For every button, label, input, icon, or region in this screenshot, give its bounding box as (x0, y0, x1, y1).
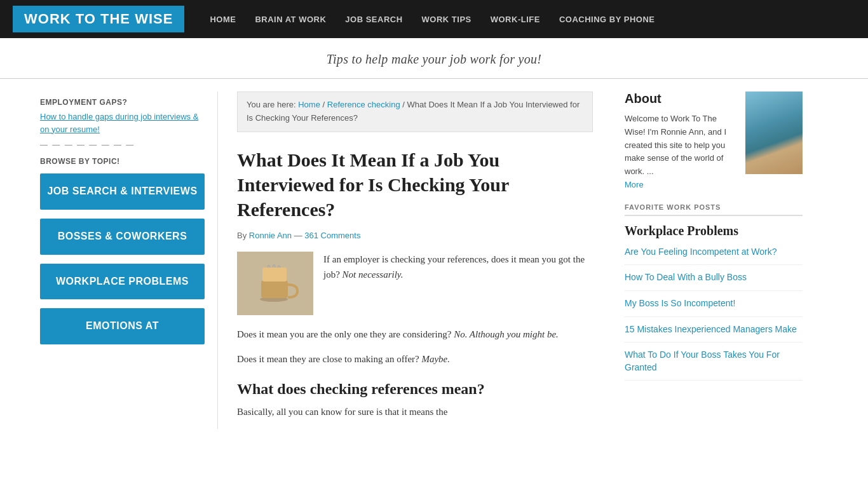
breadcrumb-sep2: / (402, 100, 407, 109)
svg-rect-2 (262, 268, 287, 281)
breadcrumb: You are here: Home / Reference checking … (237, 92, 593, 132)
promo-link[interactable]: How to handle gaps during job interviews… (40, 111, 205, 135)
post-link[interactable]: My Boss Is So Incompetent! (625, 297, 803, 310)
more-link[interactable]: More (625, 180, 644, 189)
article-title: What Does It Mean If a Job You Interview… (237, 147, 593, 222)
left-sidebar: EMPLOYMENT GAPS? How to handle gaps duri… (34, 92, 218, 429)
sidebar-buttons: JOB SEARCH & INTERVIEWSBOSSES & COWORKER… (40, 173, 205, 344)
about-content: About Welcome to Work To The Wise! I'm R… (625, 92, 738, 192)
by-label: By (237, 231, 247, 240)
tagline: Tips to help make your job work for you! (0, 38, 868, 79)
post-link[interactable]: 15 Mistakes Inexperienced Managers Make (625, 323, 803, 336)
post-link[interactable]: Are You Feeling Incompetent at Work? (625, 246, 803, 259)
about-text: Welcome to Work To The Wise! I'm Ronnie … (625, 112, 738, 192)
svg-rect-1 (261, 280, 288, 298)
para3-italic: Maybe. (421, 354, 450, 364)
about-block: About Welcome to Work To The Wise! I'm R… (625, 92, 803, 192)
article-body: Does it mean you are the only one they a… (237, 327, 593, 421)
intro-italic1: Not necessarily. (342, 269, 403, 280)
right-sidebar: About Welcome to Work To The Wise! I'm R… (612, 92, 809, 429)
breadcrumb-home[interactable]: Home (298, 100, 320, 109)
list-item: 15 Mistakes Inexperienced Managers Make (625, 323, 803, 343)
article-subheading: What does checking references mean? (237, 381, 593, 398)
list-item: My Boss Is So Incompetent! (625, 297, 803, 317)
breadcrumb-current: What Does It Mean If a Job You Interview… (247, 100, 580, 123)
about-photo-inner (745, 92, 803, 174)
you-are-here: You are here: (247, 100, 296, 109)
body-para: Basically, all you can know for sure is … (237, 404, 593, 421)
main-content: You are here: Home / Reference checking … (218, 92, 612, 429)
nav-item-home[interactable]: HOME (210, 15, 236, 24)
favorite-posts-list: Are You Feeling Incompetent at Work?How … (625, 246, 803, 381)
breadcrumb-sep1: / (323, 100, 327, 109)
para3-start: Does it mean they are close to making an… (237, 354, 419, 364)
sidebar-btn-bosses-coworkers[interactable]: BOSSES & COWORKERS (40, 219, 205, 255)
main-navigation: HOMEBRAIN AT WORKJOB SEARCHWORK TIPSWORK… (210, 15, 654, 24)
article-meta: By Ronnie Ann — 361 Comments (237, 231, 593, 240)
nav-item-brain-at-work[interactable]: BRAIN AT WORK (255, 15, 326, 24)
breadcrumb-reference[interactable]: Reference checking (327, 100, 400, 109)
site-logo[interactable]: WORK TO THE WISE (13, 6, 184, 32)
para2-start: Does it mean you are the only one they a… (237, 329, 451, 339)
comments-link[interactable]: 361 Comments (304, 231, 360, 240)
sidebar-btn-job-search-interviews[interactable]: JOB SEARCH & INTERVIEWS (40, 173, 205, 210)
site-title: WORK TO THE WISE (24, 11, 173, 27)
list-item: What To Do If Your Boss Takes You For Gr… (625, 349, 803, 381)
sidebar-btn-emotions-at[interactable]: EMOTIONS AT (40, 308, 205, 344)
sidebar-btn-workplace-problems[interactable]: WORKPLACE PROBLEMS (40, 264, 205, 300)
list-item: Are You Feeling Incompetent at Work? (625, 246, 803, 266)
page-layout: EMPLOYMENT GAPS? How to handle gaps duri… (27, 79, 841, 442)
article-intro: If an employer is checking your referenc… (237, 252, 593, 315)
post-link[interactable]: What To Do If Your Boss Takes You For Gr… (625, 349, 803, 374)
article-image (237, 252, 313, 315)
nav-item-work-tips[interactable]: WORK TIPS (422, 15, 471, 24)
para2-italic: No. Although you might be. (454, 329, 559, 339)
article-intro-text: If an employer is checking your referenc… (323, 252, 593, 315)
nav-item-job-search[interactable]: JOB SEARCH (345, 15, 402, 24)
about-photo (745, 92, 803, 174)
favorite-posts-label: FAVORITE WORK POSTS (625, 203, 803, 216)
promo-title: EMPLOYMENT GAPS? (40, 98, 205, 107)
author-link[interactable]: Ronnie Ann (249, 231, 294, 240)
nav-item-work-life[interactable]: WORK-LIFE (491, 15, 540, 24)
meta-separator: — (294, 231, 305, 240)
list-item: How To Deal With a Bully Boss (625, 271, 803, 291)
workplace-problems-heading: Workplace Problems (625, 224, 803, 238)
site-header: WORK TO THE WISE HOMEBRAIN AT WORKJOB SE… (0, 0, 868, 38)
post-link[interactable]: How To Deal With a Bully Boss (625, 271, 803, 284)
sidebar-dashes: — — — — — — — — (40, 140, 205, 149)
nav-item-coaching-by-phone[interactable]: COACHING BY PHONE (559, 15, 655, 24)
about-title: About (625, 92, 738, 106)
browse-title: BROWSE BY TOPIC! (40, 157, 205, 166)
